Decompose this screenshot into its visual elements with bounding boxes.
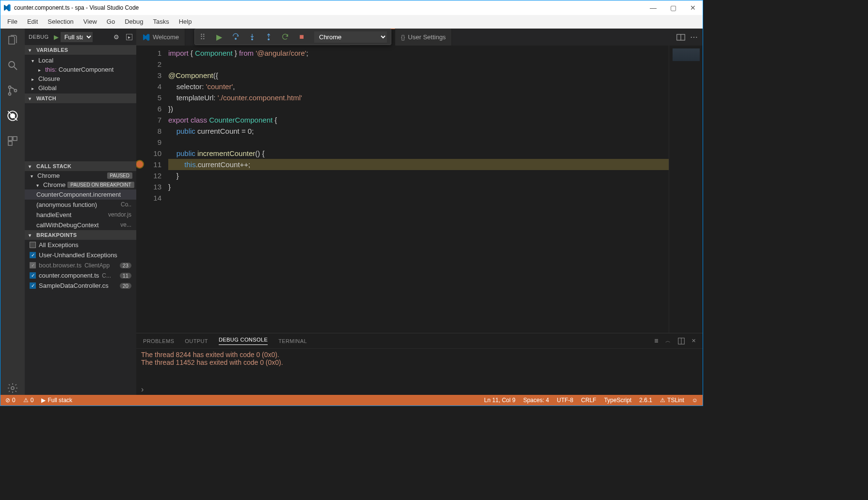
menu-view[interactable]: View [80, 17, 101, 26]
breakpoint-row[interactable]: ✓counter.component.tsC...11 [25, 270, 136, 281]
status-indentation[interactable]: Spaces: 4 [523, 397, 549, 404]
panel-close-icon[interactable]: ✕ [691, 338, 696, 344]
scm-icon[interactable] [6, 84, 19, 97]
scope-closure[interactable]: Closure [25, 74, 136, 83]
panel-maximize-icon[interactable] [678, 338, 685, 344]
stop-icon[interactable]: ■ [298, 33, 305, 41]
step-out-icon[interactable] [265, 33, 273, 41]
debug-console-output: The thread 8244 has exited with code 0 (… [136, 349, 703, 384]
svg-point-7 [11, 114, 15, 118]
status-language[interactable]: TypeScript [604, 397, 632, 404]
svg-point-3 [9, 93, 11, 95]
svg-point-11 [11, 387, 14, 390]
svg-rect-9 [13, 137, 17, 141]
menu-tasks[interactable]: Tasks [149, 17, 173, 26]
maximize-icon[interactable]: ▢ [670, 4, 676, 12]
line-gutter: 1234567891011121314 [145, 46, 168, 333]
clear-console-icon[interactable]: ≣ [654, 338, 659, 344]
svg-point-2 [9, 86, 11, 89]
vscode-icon [2, 3, 11, 12]
drag-handle-icon[interactable]: ⠿ [199, 33, 207, 41]
checkbox-icon[interactable]: ✓ [30, 252, 36, 258]
menu-debug[interactable]: Debug [121, 17, 147, 26]
panel-tab-debug-console[interactable]: DEBUG CONSOLE [219, 337, 268, 345]
editor-tabs: Welcome ⠿ ▶ ■ Chrome ponent.ts × {} User… [136, 29, 703, 46]
menu-selection[interactable]: Selection [44, 17, 77, 26]
callstack-frame[interactable]: handleEventvendor.js [25, 210, 136, 220]
svg-point-16 [268, 39, 270, 40]
settings-gear-icon[interactable] [6, 381, 19, 395]
breakpoint-row[interactable]: All Exceptions [25, 240, 136, 250]
close-icon[interactable]: ✕ [690, 4, 696, 12]
variables-section[interactable]: VARIABLES [25, 45, 136, 55]
debug-target-select[interactable]: Chrome [314, 31, 387, 43]
minimap[interactable] [669, 46, 703, 333]
breakpoint-row[interactable]: ✓SampleDataController.cs20 [25, 281, 136, 291]
tab-user-settings[interactable]: {} User Settings [395, 29, 452, 46]
more-actions-icon[interactable]: ⋯ [690, 32, 698, 42]
menu-go[interactable]: Go [103, 17, 119, 26]
callstack-frame[interactable]: CounterComponent.increment [25, 189, 136, 200]
debug-icon[interactable] [6, 109, 19, 123]
status-encoding[interactable]: UTF-8 [557, 397, 573, 404]
svg-point-14 [252, 39, 253, 40]
svg-line-1 [14, 67, 17, 70]
var-this[interactable]: this: CounterComponent [25, 65, 136, 74]
callstack-frame[interactable]: callWithDebugContextve... [25, 220, 136, 230]
status-warnings[interactable]: ⚠ 0 [23, 397, 34, 404]
debug-title: DEBUG [29, 34, 49, 40]
breakpoint-row[interactable]: ✓User-Unhandled Exceptions [25, 250, 136, 260]
menu-help[interactable]: Help [175, 17, 196, 26]
debug-settings-gear-icon[interactable]: ⚙ [113, 33, 119, 41]
explorer-icon[interactable] [6, 33, 19, 47]
start-debug-icon[interactable]: ▶ [54, 33, 59, 41]
status-launch[interactable]: ▶ Full stack [41, 397, 72, 404]
status-cursor-position[interactable]: Ln 11, Col 9 [484, 397, 515, 404]
split-editor-icon[interactable] [676, 34, 685, 41]
minimize-icon[interactable]: — [650, 4, 657, 12]
watch-section[interactable]: WATCH [25, 94, 136, 103]
status-errors[interactable]: ⊘ 0 [5, 397, 16, 404]
status-tslint[interactable]: ⚠ TSLint [660, 397, 684, 404]
debug-console-input[interactable]: › [136, 384, 703, 395]
search-icon[interactable] [6, 59, 19, 72]
status-ts-version[interactable]: 2.6.1 [639, 397, 652, 404]
checkbox-icon[interactable]: ✓ [30, 282, 36, 289]
debug-console-icon[interactable]: ▸ [126, 34, 132, 40]
activity-bar [0, 29, 25, 395]
panel-collapse-icon[interactable]: ︿ [665, 337, 671, 344]
callstack-section[interactable]: CALL STACK [25, 161, 136, 171]
debug-toolbar[interactable]: ⠿ ▶ ■ Chrome [194, 29, 391, 45]
restart-icon[interactable] [281, 33, 289, 41]
extensions-icon[interactable] [6, 134, 19, 148]
statusbar: ⊘ 0 ⚠ 0 ▶ Full stack Ln 11, Col 9 Spaces… [0, 395, 703, 406]
breakpoint-hit-icon[interactable] [136, 161, 143, 168]
code-editor[interactable]: 1234567891011121314 import { Component }… [136, 46, 703, 333]
panel-tab-output[interactable]: OUTPUT [185, 338, 208, 344]
checkbox-icon[interactable]: ✓ [30, 272, 36, 279]
scope-global[interactable]: Global [25, 83, 136, 93]
callstack-thread[interactable]: ChromePAUSED ON BREAKPOINT [25, 180, 136, 189]
svg-rect-10 [8, 141, 12, 145]
menu-edit[interactable]: Edit [23, 17, 42, 26]
callstack-root[interactable]: ChromePAUSED [25, 171, 136, 180]
panel-tab-problems[interactable]: PROBLEMS [143, 338, 174, 344]
callstack-frame[interactable]: (anonymous function)Co.. [25, 200, 136, 210]
checkbox-icon[interactable] [30, 242, 36, 248]
breakpoints-section[interactable]: BREAKPOINTS [25, 230, 136, 240]
window-title: counter.component.ts - spa - Visual Stud… [14, 4, 650, 11]
checkbox-icon[interactable]: ✓ [30, 262, 36, 268]
continue-icon[interactable]: ▶ [215, 33, 223, 41]
breakpoint-row[interactable]: ✓boot.browser.tsClientApp23 [25, 260, 136, 270]
menu-file[interactable]: File [3, 17, 21, 26]
tab-welcome[interactable]: Welcome [136, 29, 185, 46]
panel-tab-terminal[interactable]: TERMINAL [278, 338, 307, 344]
debug-sidebar: DEBUG ▶ Full stack ⚙ ▸ VARIABLES Local t… [25, 29, 136, 395]
step-into-icon[interactable] [248, 33, 256, 41]
scope-local[interactable]: Local [25, 56, 136, 65]
status-eol[interactable]: CRLF [581, 397, 596, 404]
step-over-icon[interactable] [232, 33, 240, 41]
status-feedback-icon[interactable]: ☺ [692, 397, 698, 404]
menubar: File Edit Selection View Go Debug Tasks … [0, 15, 703, 29]
debug-config-select[interactable]: Full stack [61, 32, 93, 42]
